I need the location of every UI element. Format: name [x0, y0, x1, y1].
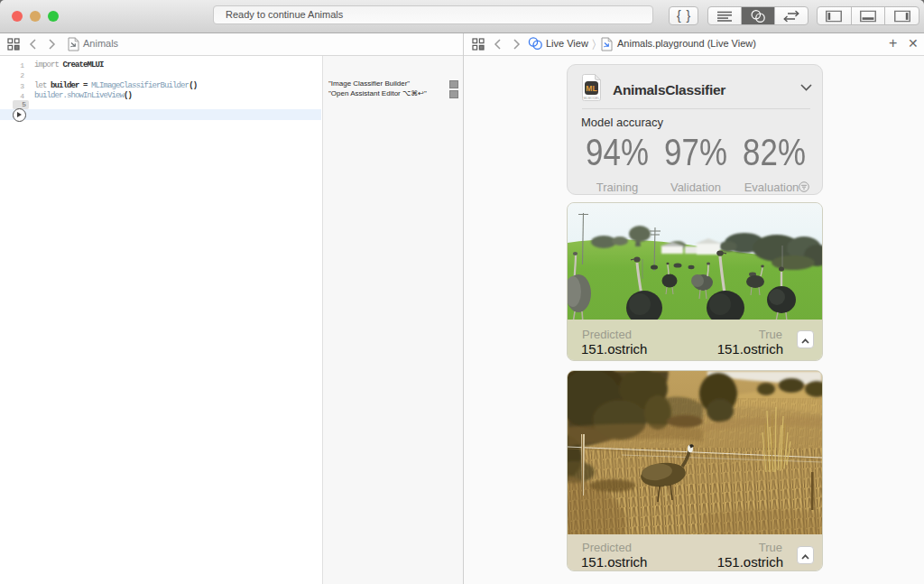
svg-text:ML: ML — [586, 84, 596, 93]
svg-text:MLMODEL: MLMODEL — [584, 97, 600, 100]
